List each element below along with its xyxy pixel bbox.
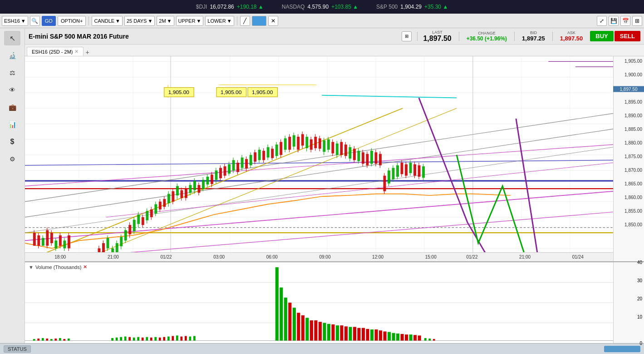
svg-rect-282 — [401, 334, 404, 340]
svg-rect-286 — [418, 335, 421, 340]
time-label-0900: 09:00 — [319, 254, 330, 259]
svg-rect-236 — [124, 337, 127, 341]
svg-rect-108 — [202, 180, 205, 189]
time-label-0122b: 01/22 — [466, 254, 477, 259]
time-label-0122: 01/22 — [161, 254, 172, 259]
svg-rect-281 — [396, 334, 399, 341]
option-button[interactable]: OPTION + — [58, 16, 86, 26]
svg-rect-258 — [297, 313, 300, 340]
main-chart[interactable]: VWAP (200) 1,891.94 ✕ ⤢ + - ↔ — [25, 56, 644, 261]
svg-rect-48 — [46, 230, 49, 245]
add-tab-button[interactable]: + — [84, 49, 91, 56]
interval-select[interactable]: 2M ▼ — [157, 16, 174, 26]
scrollbar-indicator[interactable] — [604, 346, 640, 352]
price-tick-1860: 1,860.00 — [624, 195, 642, 200]
calendar-icon[interactable]: 📅 — [620, 16, 630, 26]
svg-rect-142 — [275, 145, 278, 156]
svg-rect-84 — [150, 209, 153, 217]
chart-type-select[interactable]: CANDLE ▼ — [92, 16, 123, 26]
svg-rect-231 — [63, 339, 65, 340]
svg-rect-275 — [370, 329, 374, 340]
svg-rect-234 — [116, 338, 118, 341]
grid-icon[interactable]: ⊞ — [632, 16, 642, 26]
sp500-label: S&P 500 — [376, 4, 398, 10]
buy-button[interactable]: BUY — [590, 31, 613, 41]
nasdaq-label: NASDAQ — [282, 4, 305, 10]
svg-rect-268 — [340, 325, 343, 340]
svg-rect-225 — [37, 339, 39, 340]
svg-rect-255 — [284, 298, 287, 341]
svg-rect-256 — [288, 303, 291, 340]
svg-rect-54 — [59, 235, 62, 246]
svg-rect-44 — [37, 235, 40, 246]
time-label-1500: 15:00 — [425, 254, 437, 259]
x-tool-icon[interactable]: ✕ — [268, 16, 278, 26]
chart-tab[interactable]: ESH16 (25D - 2M) ✕ — [27, 47, 84, 56]
microscope-tool-icon[interactable]: 🔬 — [4, 48, 20, 63]
symbol-select[interactable]: ESH16 ▼ — [2, 16, 28, 26]
svg-rect-267 — [336, 325, 339, 340]
chart-settings-icon[interactable]: ⊞ — [402, 31, 412, 41]
svg-rect-273 — [362, 328, 365, 341]
svg-rect-252 — [193, 336, 196, 340]
separator-2 — [237, 16, 237, 25]
svg-rect-242 — [150, 338, 152, 341]
chart-container: E-mini S&P 500 MAR 2016 Future ⊞ LAST 1,… — [25, 28, 644, 343]
separator-1 — [88, 16, 89, 25]
svg-rect-261 — [310, 320, 313, 341]
svg-rect-284 — [409, 334, 413, 340]
volume-chart-svg — [25, 262, 613, 343]
volume-price-axis: 40 30 20 10 0 — [613, 262, 644, 343]
sp500-value: 1,904.29 — [400, 4, 422, 10]
svg-rect-245 — [163, 337, 165, 341]
chart-tool-icon[interactable]: 📊 — [4, 117, 20, 132]
svg-rect-244 — [159, 338, 161, 341]
time-label-2100: 21:00 — [108, 254, 119, 259]
settings-tool-icon[interactable]: ⚙ — [4, 152, 20, 166]
bid-price-group: BID 1,897.25 — [522, 30, 545, 42]
volume-header: ▼ Volume (Thousands) ✕ — [29, 264, 87, 270]
svg-rect-277 — [379, 330, 382, 340]
eye-tool-icon[interactable]: 👁 — [4, 83, 20, 97]
price-tick-1850: 1,850.00 — [624, 222, 642, 227]
svg-rect-0 — [25, 56, 613, 261]
color-select[interactable] — [252, 16, 266, 26]
svg-rect-247 — [172, 336, 174, 340]
lower-select[interactable]: LOWER ▼ — [205, 16, 234, 26]
price-tick-1855: 1,855.00 — [624, 209, 642, 214]
svg-rect-262 — [314, 320, 317, 341]
svg-rect-288 — [428, 339, 431, 340]
upper-select[interactable]: UPPER ▼ — [176, 16, 204, 26]
time-label-1800: 18:00 — [54, 254, 66, 259]
dollar-tool-icon[interactable]: $ — [4, 135, 20, 149]
status-tab[interactable]: STATUS — [4, 345, 31, 353]
price-tick-1905: 1,905.00 — [624, 59, 642, 64]
svg-rect-42 — [33, 233, 36, 246]
price-tick-1885: 1,885.00 — [624, 127, 642, 132]
save-icon[interactable]: 💾 — [609, 16, 619, 26]
balance-tool-icon[interactable]: ⚖ — [4, 65, 20, 80]
briefcase-tool-icon[interactable]: 💼 — [4, 100, 20, 115]
line-tool-icon[interactable]: ╱ — [240, 16, 250, 26]
svg-text:1,905.00: 1,905.00 — [221, 90, 242, 95]
svg-rect-241 — [146, 337, 148, 341]
svg-rect-230 — [59, 338, 61, 341]
svg-rect-263 — [319, 322, 322, 340]
svg-rect-272 — [357, 328, 360, 341]
svg-rect-56 — [63, 240, 66, 248]
svg-rect-289 — [433, 339, 435, 340]
sell-button[interactable]: SELL — [615, 31, 640, 41]
cursor-tool-icon[interactable]: ↖ — [4, 31, 20, 45]
svg-rect-269 — [344, 326, 348, 340]
svg-text:1,905.00: 1,905.00 — [168, 90, 190, 95]
svg-rect-287 — [424, 338, 427, 341]
svg-rect-266 — [331, 324, 334, 341]
svg-rect-249 — [180, 337, 182, 341]
status-bar: STATUS — [0, 343, 644, 354]
volume-close-icon[interactable]: ✕ — [83, 264, 87, 270]
go-button[interactable]: GO — [42, 16, 56, 26]
zoom-icon[interactable]: ⤢ — [597, 16, 607, 26]
search-button[interactable]: 🔍 — [30, 16, 40, 26]
svg-rect-248 — [176, 335, 178, 340]
days-select[interactable]: 25 DAYS ▼ — [124, 16, 155, 26]
